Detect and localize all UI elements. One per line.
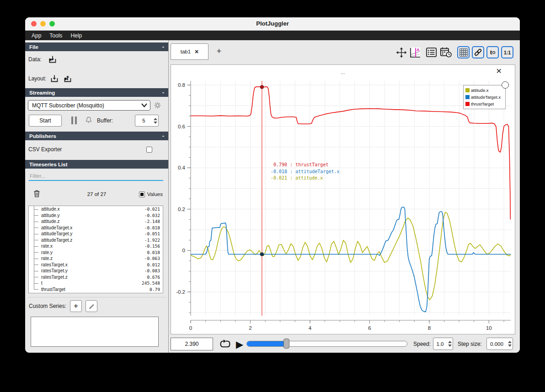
- svg-text:10: 10: [486, 325, 492, 331]
- timeseries-row[interactable]: ratesTarget.z0.676: [29, 274, 163, 281]
- file-section-header[interactable]: File -: [25, 42, 168, 51]
- cursor-tooltip-line: -0.021 : attitude.x: [271, 175, 340, 182]
- slider-fill: [247, 341, 284, 346]
- step-size-value: 0.000: [487, 338, 507, 350]
- plot-close-icon[interactable]: ×: [496, 66, 502, 75]
- timeseries-name[interactable]: attitudeTarget.z: [41, 238, 144, 243]
- timeseries-row[interactable]: attitude.y-0.032: [29, 212, 163, 219]
- custom-series-list[interactable]: [31, 317, 159, 347]
- notifications-bell-icon[interactable]: [85, 116, 93, 124]
- add-custom-series-button[interactable]: +: [70, 300, 82, 312]
- timeseries-row[interactable]: rate.y0.018: [29, 249, 163, 256]
- pause-icon[interactable]: [71, 117, 77, 124]
- timeseries-name[interactable]: thrustTarget: [41, 287, 150, 292]
- values-toggle[interactable]: Values: [139, 191, 163, 198]
- link-ranges-icon[interactable]: [472, 46, 484, 58]
- streaming-section-header[interactable]: Streaming -: [25, 88, 168, 97]
- timeseries-value: 0.018: [147, 250, 160, 255]
- timeseries-list[interactable]: attitude.x-0.021attitude.y-0.032attitude…: [28, 206, 163, 293]
- timeseries-row[interactable]: attitudeTarget.z-1.922: [29, 237, 163, 244]
- datetime-icon[interactable]: [440, 46, 452, 58]
- play-button[interactable]: ▶: [235, 338, 245, 350]
- step-size-spinbox[interactable]: 0.000: [486, 338, 513, 350]
- timeseries-name[interactable]: attitudeTarget.x: [41, 225, 144, 230]
- buffer-value: 5: [135, 115, 152, 126]
- ratio-1-1-icon[interactable]: 1:1: [501, 46, 513, 58]
- slider-handle[interactable]: [283, 339, 289, 349]
- collapse-icon[interactable]: -: [162, 43, 164, 50]
- timeseries-section-header[interactable]: Timeseries List: [25, 160, 168, 169]
- menu-help[interactable]: Help: [66, 31, 86, 41]
- menubar: App Tools Help: [25, 31, 520, 41]
- timeseries-row[interactable]: attitudeTarget.y-0.051: [29, 231, 163, 237]
- start-button[interactable]: Start: [29, 115, 62, 127]
- timeseries-row[interactable]: attitude.x-0.021: [29, 206, 163, 212]
- layout-menu-arrow-icon[interactable]: ▶: [64, 76, 68, 81]
- filter-input[interactable]: [29, 172, 163, 181]
- loop-icon[interactable]: [219, 338, 231, 350]
- tab-close-icon[interactable]: ×: [195, 49, 198, 54]
- load-layout-icon[interactable]: [50, 74, 59, 83]
- timeseries-row[interactable]: rate.z-0.063: [29, 255, 163, 262]
- collapse-icon[interactable]: -: [162, 89, 164, 96]
- spin-arrows[interactable]: [447, 338, 453, 350]
- svg-text:0.2: 0.2: [178, 207, 185, 212]
- timeseries-name[interactable]: ratesTarget.x: [41, 262, 147, 267]
- timeseries-name[interactable]: ratesTarget.z: [41, 275, 147, 280]
- font-size-icon[interactable]: A: [409, 46, 421, 58]
- publishers-section-header[interactable]: Publishers -: [25, 132, 168, 140]
- timeseries-row[interactable]: attitude.z-2.148: [29, 218, 163, 225]
- timeseries-row[interactable]: attitudeTarget.x-0.018: [29, 225, 163, 231]
- start-button-label: Start: [39, 117, 51, 124]
- titlebar: PlotJuggler: [25, 17, 520, 31]
- menu-tools[interactable]: Tools: [45, 31, 66, 41]
- playback-slider[interactable]: [246, 341, 407, 347]
- legend-label: thrustTarget: [471, 101, 494, 106]
- timeseries-row[interactable]: t245.548: [29, 280, 163, 286]
- data-menu-arrow-icon[interactable]: ▶: [49, 57, 53, 62]
- svg-text:A: A: [417, 48, 420, 52]
- streaming-settings-gear-icon[interactable]: [154, 101, 161, 109]
- csv-exporter-checkbox[interactable]: [146, 147, 152, 153]
- timeseries-name[interactable]: rate.x: [41, 244, 144, 249]
- legend-drag-handle[interactable]: [502, 81, 509, 89]
- timeseries-name[interactable]: attitude.z: [41, 219, 144, 224]
- streaming-source-select[interactable]: MQTT Subscriber (Mosquitto): [28, 100, 150, 111]
- values-checkbox[interactable]: [139, 191, 145, 197]
- svg-text:6: 6: [368, 325, 371, 331]
- menu-app[interactable]: App: [27, 31, 45, 41]
- buffer-spinbox[interactable]: 5: [135, 115, 159, 127]
- timeseries-row[interactable]: thrustTarget0.79: [29, 286, 163, 293]
- legend-move-icon[interactable]: [395, 46, 407, 58]
- spin-arrows[interactable]: [507, 338, 513, 350]
- timeseries-name[interactable]: attitude.y: [41, 213, 144, 218]
- playback-time-field[interactable]: 2.390: [171, 338, 213, 350]
- timeseries-name[interactable]: ratesTarget.y: [41, 268, 144, 273]
- legend-row[interactable]: attitudeTarget.x: [465, 94, 503, 101]
- timeseries-row[interactable]: ratesTarget.x0.012: [29, 262, 163, 268]
- tab-tab1[interactable]: tab1 ×: [171, 43, 208, 60]
- plot-widget[interactable]: -0.200.20.40.60.80246810 ... × attitude.…: [171, 64, 515, 334]
- time-offset-icon[interactable]: tO: [486, 46, 499, 58]
- timeseries-row[interactable]: rate.x-0.156: [29, 243, 163, 249]
- legend-swatch-icon: [465, 95, 470, 99]
- grid-layout-icon[interactable]: [457, 46, 470, 58]
- collapse-icon[interactable]: -: [162, 132, 164, 139]
- timeseries-section-title: Timeseries List: [29, 162, 68, 167]
- timeseries-name[interactable]: rate.z: [41, 256, 144, 261]
- timeseries-name[interactable]: t: [41, 281, 142, 286]
- legend-row[interactable]: thrustTarget: [465, 101, 503, 107]
- timeseries-name[interactable]: attitude.x: [41, 207, 144, 212]
- buffer-label: Buffer:: [97, 115, 113, 127]
- new-tab-button[interactable]: +: [214, 46, 224, 56]
- legend-row[interactable]: attitude.x: [465, 87, 503, 94]
- spin-arrows[interactable]: [152, 115, 158, 126]
- plot-legend[interactable]: attitude.xattitudeTarget.xthrustTarget: [463, 85, 506, 109]
- timeseries-name[interactable]: attitudeTarget.y: [41, 231, 144, 236]
- timeseries-row[interactable]: ratesTarget.y-0.083: [29, 268, 163, 274]
- edit-custom-series-button[interactable]: [85, 300, 97, 312]
- timeseries-value: -0.021: [144, 207, 160, 212]
- timeseries-name[interactable]: rate.y: [41, 250, 147, 255]
- curve-list-icon[interactable]: [425, 46, 438, 58]
- speed-spinbox[interactable]: 1.0: [433, 338, 453, 350]
